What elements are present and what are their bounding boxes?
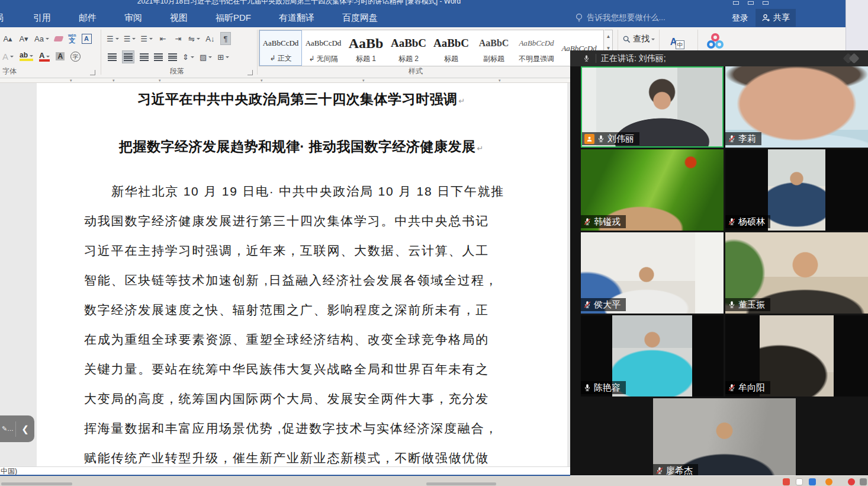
translate-button[interactable]: A 中	[666, 32, 689, 52]
text-effects-icon[interactable]: A	[2, 50, 14, 63]
decrease-indent-icon[interactable]: ⇤	[157, 32, 168, 45]
font-group-row1: A▴ A▾ Aa wén文 A	[2, 32, 92, 45]
clear-formatting-icon[interactable]	[53, 36, 63, 41]
horizontal-ruler[interactable]: ▾ ▾ ▾ ▾ ▾ ▾	[0, 78, 570, 83]
widget-pen-icon: ✎…	[0, 425, 15, 433]
phonetic-guide-icon[interactable]: wén文	[68, 33, 76, 44]
increase-indent-icon[interactable]: ⇥	[173, 32, 184, 45]
styles-gallery: AaBbCcDd↲ 正文AaBbCcDd↲ 无间隔AaBb标题 1AaBbC标题…	[259, 30, 604, 66]
find-button[interactable]: 查找	[623, 33, 655, 46]
collapse-chevron-icon[interactable]: ❮	[16, 424, 34, 434]
mic-status-icon	[728, 383, 736, 392]
style-item[interactable]: AaBbC标题 2	[387, 30, 430, 66]
distribute-icon[interactable]	[168, 53, 177, 61]
shading-icon[interactable]: ▨	[200, 50, 212, 63]
change-case-icon[interactable]: Aa	[34, 32, 49, 45]
numbering-icon[interactable]: ☰	[124, 32, 136, 45]
ribbon-tab[interactable]: 视图	[170, 12, 188, 24]
font-group-row2: A ab A A 字	[2, 50, 81, 63]
floating-collapse-widget[interactable]: ✎… ❮	[0, 415, 34, 442]
video-tile[interactable]: 牟向阳	[725, 315, 868, 397]
window-control-icon[interactable]	[748, 1, 754, 5]
bullets-icon[interactable]: ☰	[107, 32, 119, 45]
sort-icon[interactable]: A↓	[205, 32, 216, 45]
justify-icon[interactable]	[154, 53, 163, 61]
asian-layout-icon[interactable]: ⇋	[188, 32, 200, 45]
clipped-taskbar-text	[1, 482, 72, 485]
mic-icon	[583, 54, 590, 63]
window-control-icon[interactable]	[763, 1, 769, 5]
font-color-icon[interactable]: A	[39, 52, 50, 62]
ribbon-tab[interactable]: 审阅	[124, 12, 142, 24]
taskbar-app-icon[interactable]	[809, 478, 816, 485]
style-item[interactable]: AaBbC副标题	[472, 30, 515, 66]
align-right-icon[interactable]	[140, 53, 149, 61]
character-shading-icon[interactable]: A	[56, 52, 65, 60]
paragraph-group-label: 段落	[170, 66, 184, 76]
mic-status-icon	[728, 300, 736, 309]
doc-line: 大变局的高度，统筹国内国际两个大局、发展安全两件大事，充分发	[84, 384, 519, 414]
gallery-up-icon[interactable]: ▲	[605, 30, 612, 42]
show-hide-marks-icon[interactable]: ¶	[220, 32, 231, 45]
video-tile[interactable]: 陈艳容	[581, 315, 724, 397]
style-item[interactable]: AaBb标题 1	[345, 30, 387, 66]
mic-status-icon	[655, 466, 664, 475]
doc-line: 挥海量数据和丰富应用场景优势 ,促进数字技术与实体经济深度融合，	[84, 414, 519, 443]
tell-me-box[interactable]: 告诉我您想要做什么...	[576, 8, 666, 27]
share-button[interactable]: 共享	[756, 9, 796, 27]
video-tile[interactable]: 刘伟丽	[581, 66, 724, 148]
doc-body: 新华社北京 10 月 19 日电· 中共中央政治局 10 月 18 日下午就推动…	[84, 177, 519, 466]
participant-name: 李莉	[738, 133, 756, 144]
host-badge-icon	[584, 134, 594, 144]
participant-nameplate: 韩镒戎	[581, 215, 626, 228]
taskbar-app-icon[interactable]	[783, 478, 790, 485]
language-status[interactable]: 中国)	[1, 467, 17, 475]
align-left-icon[interactable]	[108, 53, 117, 61]
sign-in-button[interactable]: 登录	[732, 10, 748, 27]
participant-name: 董玉振	[738, 299, 765, 310]
meeting-app-logo-icon	[842, 53, 862, 64]
paragraph-dialog-launcher-icon[interactable]	[247, 70, 253, 75]
word-titlebar: 2021年10月18日习近平总书记在十九届中央政治局第三十四次集体学习时的讲话精…	[0, 0, 846, 8]
video-tile[interactable]: 侯大平	[581, 232, 724, 314]
window-control-icon[interactable]	[733, 1, 739, 5]
style-item[interactable]: AaBbCcDd不明显强调	[515, 30, 558, 66]
ribbon-tab[interactable]: 百度网盘	[342, 12, 378, 24]
video-tile[interactable]: 韩镒戎	[581, 149, 724, 231]
highlight-color-icon[interactable]: ab	[20, 52, 33, 61]
ribbon-tab[interactable]: 福昕PDF	[216, 12, 251, 24]
video-tile[interactable]: 李莉	[725, 66, 868, 148]
participant-nameplate: 牟向阳	[725, 381, 770, 394]
shrink-font-icon[interactable]: A▾	[18, 32, 29, 45]
ribbon-tab[interactable]: 引用	[33, 12, 51, 24]
doc-line: 习近平在主持学习时强调，近年来，互联网、大数据、云计算、人工	[84, 236, 519, 266]
doc-line: 关键力量。要站在统筹中华民族伟大复兴战略全局和世界百年未有之	[84, 354, 519, 384]
taskbar-app-icon[interactable]	[796, 478, 803, 485]
borders-icon[interactable]: ⊞	[217, 50, 229, 63]
grow-font-icon[interactable]: A▴	[2, 32, 13, 45]
meeting-panel: 正在讲话: 刘伟丽; 刘伟丽	[570, 50, 868, 475]
document-page[interactable]: 习近平在中共中央政治局第三十四次集体学习时强调↵ 把握数字经济发展趋势和规律· …	[37, 83, 567, 466]
taskbar-app-icon[interactable]	[860, 478, 867, 485]
video-tile[interactable]: 廖希杰	[653, 398, 796, 475]
enclose-characters-icon[interactable]: 字	[70, 52, 81, 62]
person-plus-icon	[761, 14, 770, 22]
taskbar-app-icon[interactable]	[825, 478, 832, 485]
taskbar-app-icon[interactable]	[848, 478, 855, 485]
align-center-icon[interactable]	[122, 50, 134, 63]
ribbon-tab[interactable]: 邮件	[79, 12, 97, 24]
style-item[interactable]: AaBbCcDd↲ 正文	[259, 30, 302, 66]
line-spacing-icon[interactable]: ⇕	[182, 50, 194, 63]
character-border-icon[interactable]: A	[82, 34, 92, 44]
ribbon-tab[interactable]: 有道翻译	[279, 12, 314, 24]
mic-status-icon	[583, 383, 591, 392]
multilevel-list-icon[interactable]: ☰	[140, 32, 153, 45]
video-tile[interactable]: 董玉振	[725, 232, 868, 314]
font-dialog-launcher-icon[interactable]	[90, 70, 95, 75]
style-item[interactable]: AaBbCcDd↲ 无间隔	[302, 30, 345, 66]
addin-logo-icon[interactable]	[706, 33, 728, 51]
style-item[interactable]: AaBbC标题	[430, 30, 472, 66]
search-icon	[623, 36, 631, 43]
video-tile[interactable]: 杨硕林	[725, 149, 868, 231]
background-window-edge	[846, 0, 868, 50]
